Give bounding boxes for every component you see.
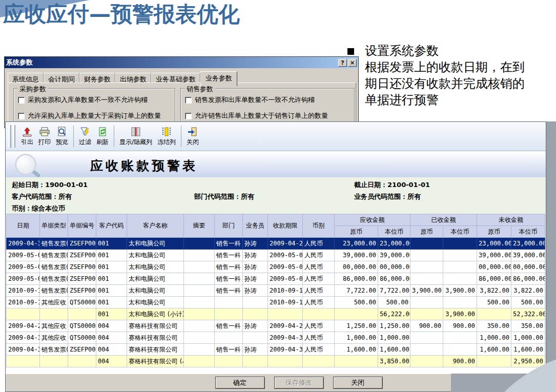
table-row[interactable]: 2009-05-0销售发票(ZSEFP0000001太和电脑公司销售一科孙涛20… [7,273,545,285]
cell[interactable]: 孙涛 [243,285,268,297]
checkbox-unchecked[interactable] [18,97,25,104]
cell[interactable]: 2009-04-3 [7,332,40,344]
table-row[interactable]: 2010-09-1销售发票(ZSEFP0000001太和电脑公司销售一科孙涛20… [7,285,545,297]
cell[interactable]: 350.00 [477,320,511,332]
cell[interactable] [443,344,477,356]
cell[interactable]: 2009-04-3 [7,238,40,250]
cell[interactable]: 001 [96,308,127,320]
cell[interactable]: 00,000.00 [477,261,511,273]
toolbar-grip[interactable] [8,125,11,148]
cell[interactable]: 52,322.00 [511,308,545,320]
cell[interactable] [215,297,243,308]
cell[interactable] [410,250,443,261]
cell[interactable]: 销售发票( [40,344,68,356]
cell[interactable]: 销售发票( [40,285,68,297]
cell[interactable]: 太和电脑公司 [127,238,184,250]
cell[interactable]: 人民币 [303,261,335,273]
cell[interactable]: 2009-05-0 [268,261,303,273]
cell[interactable]: ZSEFP0000 [68,250,96,261]
cell[interactable] [443,273,477,285]
cell[interactable]: 孙涛 [243,261,268,273]
toolbar-button-预览[interactable]: 预览 [53,123,71,149]
cell[interactable] [243,297,268,308]
cell[interactable]: 500.00 [378,297,410,308]
cell[interactable]: 2,950.00 [511,356,545,367]
toolbar-button-显示/隐藏列[interactable]: 显示/隐藏列 [117,123,155,149]
table-row[interactable]: 2010-09-1其他应收QTS000023001太和电脑公司2010-09-1… [7,297,545,308]
cell[interactable]: 900.00 [443,356,477,367]
cell[interactable]: 23,000.00 [335,238,378,250]
subtotal-row[interactable]: 001太和电脑公司 (小计)56,222.003,900.0052,322.00 [7,308,545,320]
cell[interactable] [477,308,511,320]
cell[interactable]: 2009-05-0 [7,261,40,273]
cell[interactable]: 1,000.00 [477,332,511,344]
cell[interactable]: 其他应收 [40,332,68,344]
cell[interactable]: 销售发票( [40,261,68,273]
cell[interactable] [443,261,477,273]
cell[interactable] [268,308,303,320]
cell[interactable]: 900.00 [443,320,477,332]
cell[interactable]: 001 [96,238,127,250]
cell[interactable]: 2009-05-0 [268,273,303,285]
cell[interactable] [184,285,215,297]
cell[interactable]: 孙涛 [243,320,268,332]
cell[interactable]: 004 [96,344,127,356]
cell[interactable]: 1,600.00 [477,344,511,356]
table-row[interactable]: 2009-05-0销售发票(ZSEFP0000001太和电脑公司销售一科孙涛20… [7,261,545,273]
cell[interactable]: ZSEFP0000 [68,238,96,250]
cell[interactable] [410,332,443,344]
cell[interactable]: 00,000.00 [511,261,545,273]
cell[interactable]: 001 [96,273,127,285]
cell[interactable]: ZSEFP0000 [68,285,96,297]
cell[interactable]: 销售一科 [215,273,243,285]
cell[interactable]: 销售一科 [215,320,243,332]
cell[interactable]: 86,000.00 [335,273,378,285]
cell[interactable]: 人民币 [303,238,335,250]
cell[interactable]: 2009-04-2 [7,320,40,332]
cell[interactable]: 太和电脑公司 [127,285,184,297]
确定-button[interactable]: 确定 [215,377,265,389]
cell[interactable] [40,308,68,320]
cell[interactable]: 人民币 [303,320,335,332]
cell[interactable]: 销售一科 [215,250,243,261]
cell[interactable]: 1,000.00 [378,332,410,344]
cell[interactable] [443,297,477,308]
cell[interactable] [215,356,243,367]
cell[interactable]: 500.00 [511,297,545,308]
table-row[interactable]: 2009-04-2其他应收QTS000004004赛格科技有限公司销售一科孙涛2… [7,320,545,332]
cell[interactable]: 39,000.00 [335,250,378,261]
cell[interactable]: 太和电脑公司 [127,261,184,273]
cell[interactable]: 销售一科 [215,344,243,356]
cell[interactable] [243,308,268,320]
checkbox-unchecked[interactable] [18,113,25,119]
cell[interactable]: 86,000.00 [477,273,511,285]
cell[interactable] [410,297,443,308]
cell[interactable] [40,356,68,367]
cell[interactable] [184,344,215,356]
toolbar-button-关闭[interactable]: 关闭 [184,123,201,149]
cell[interactable] [184,250,215,261]
cell[interactable]: 2009-04-3 [7,344,40,356]
cell[interactable]: 销售一科 [215,261,243,273]
table-row[interactable]: 2009-05-0销售发票(ZSEFP0000001太和电脑公司销售一科孙涛20… [7,250,545,261]
cell[interactable]: 7,722.00 [378,285,410,297]
cell[interactable]: 56,222.00 [378,308,410,320]
cell[interactable]: 2009-04-2 [268,238,303,250]
cell[interactable]: 3,900.00 [443,308,477,320]
cell[interactable]: 孙涛 [243,238,268,250]
cell[interactable]: 1,000.00 [335,332,378,344]
cell[interactable] [7,308,40,320]
cell[interactable]: 3,900.00 [410,285,443,297]
cell[interactable]: 太和电脑公司 (小计) [127,308,184,320]
cell[interactable]: 23,000.00 [378,238,410,250]
toolbar-button-刷新[interactable]: 刷新 [94,123,111,149]
cell[interactable]: 人民币 [303,297,335,308]
cell[interactable]: 2010-09-1 [7,285,40,297]
cell[interactable]: QTS000008 [68,332,96,344]
cell[interactable] [410,344,443,356]
cell[interactable] [410,308,443,320]
cell[interactable]: 1,600.00 [335,344,378,356]
cell[interactable] [303,308,335,320]
cell[interactable] [215,308,243,320]
cell[interactable]: 人民币 [303,285,335,297]
